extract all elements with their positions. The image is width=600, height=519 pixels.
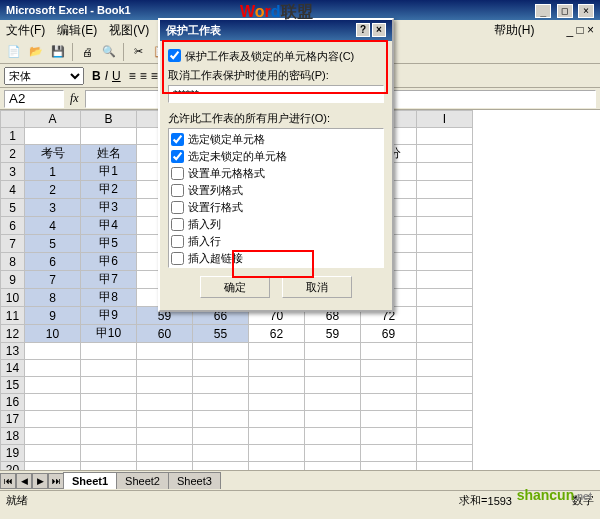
- cell[interactable]: [25, 428, 81, 445]
- protect-checkbox[interactable]: [168, 49, 181, 62]
- perm-checkbox[interactable]: [171, 252, 184, 265]
- cell[interactable]: [25, 377, 81, 394]
- cell[interactable]: 甲2: [81, 181, 137, 199]
- cell[interactable]: 甲6: [81, 253, 137, 271]
- row-header[interactable]: 6: [1, 217, 25, 235]
- cell[interactable]: [417, 128, 473, 145]
- cell[interactable]: [305, 360, 361, 377]
- cell[interactable]: [25, 128, 81, 145]
- row-header[interactable]: 1: [1, 128, 25, 145]
- row-header[interactable]: 5: [1, 199, 25, 217]
- row-header[interactable]: 8: [1, 253, 25, 271]
- row-header[interactable]: 4: [1, 181, 25, 199]
- cell[interactable]: [305, 343, 361, 360]
- cell[interactable]: 55: [193, 325, 249, 343]
- perm-checkbox[interactable]: [171, 184, 184, 197]
- cell[interactable]: [193, 428, 249, 445]
- underline-icon[interactable]: U: [112, 69, 121, 83]
- cell[interactable]: [193, 411, 249, 428]
- row-header[interactable]: 15: [1, 377, 25, 394]
- cell[interactable]: [25, 445, 81, 462]
- col-header[interactable]: B: [81, 111, 137, 128]
- cell[interactable]: [193, 462, 249, 471]
- cell[interactable]: 姓名: [81, 145, 137, 163]
- cell[interactable]: [137, 394, 193, 411]
- menu-view[interactable]: 视图(V): [109, 22, 149, 39]
- cell[interactable]: [417, 462, 473, 471]
- cell[interactable]: [305, 462, 361, 471]
- cut-icon[interactable]: ✂: [128, 42, 148, 62]
- cell[interactable]: [361, 394, 417, 411]
- cell[interactable]: [361, 411, 417, 428]
- cell[interactable]: [417, 217, 473, 235]
- cell[interactable]: [249, 343, 305, 360]
- cell[interactable]: [249, 377, 305, 394]
- row-header[interactable]: 7: [1, 235, 25, 253]
- cell[interactable]: [417, 253, 473, 271]
- cell[interactable]: [137, 462, 193, 471]
- cell[interactable]: 7: [25, 271, 81, 289]
- cell[interactable]: [249, 428, 305, 445]
- cell[interactable]: [305, 428, 361, 445]
- cell[interactable]: [137, 360, 193, 377]
- cell[interactable]: [25, 360, 81, 377]
- menu-file[interactable]: 文件(F): [6, 22, 45, 39]
- new-icon[interactable]: 📄: [4, 42, 24, 62]
- row-header[interactable]: 12: [1, 325, 25, 343]
- cell[interactable]: 甲3: [81, 199, 137, 217]
- tab-nav-next[interactable]: ▶: [32, 473, 48, 489]
- perm-checkbox[interactable]: [171, 235, 184, 248]
- fx-icon[interactable]: fx: [70, 91, 79, 106]
- save-icon[interactable]: 💾: [48, 42, 68, 62]
- menu-help[interactable]: 帮助(H): [494, 22, 535, 39]
- cell[interactable]: [81, 377, 137, 394]
- row-header[interactable]: 19: [1, 445, 25, 462]
- tab-nav-last[interactable]: ⏭: [48, 473, 64, 489]
- permissions-list[interactable]: 选定锁定单元格选定未锁定的单元格设置单元格格式设置列格式设置行格式插入列插入行插…: [168, 128, 384, 268]
- cell[interactable]: 甲10: [81, 325, 137, 343]
- cell[interactable]: [417, 325, 473, 343]
- cell[interactable]: [417, 235, 473, 253]
- align-left-icon[interactable]: ≡: [129, 69, 136, 83]
- perm-checkbox[interactable]: [171, 218, 184, 231]
- cell[interactable]: [81, 445, 137, 462]
- cell[interactable]: [361, 377, 417, 394]
- cell[interactable]: [249, 411, 305, 428]
- row-header[interactable]: 2: [1, 145, 25, 163]
- cell[interactable]: [417, 145, 473, 163]
- cell[interactable]: [81, 360, 137, 377]
- password-input[interactable]: [168, 85, 384, 103]
- col-header[interactable]: I: [417, 111, 473, 128]
- name-box[interactable]: [4, 90, 64, 108]
- row-header[interactable]: 17: [1, 411, 25, 428]
- cell[interactable]: 考号: [25, 145, 81, 163]
- font-select[interactable]: 宋体: [4, 67, 84, 85]
- cell[interactable]: 5: [25, 235, 81, 253]
- dialog-help-icon[interactable]: ?: [356, 23, 370, 37]
- cell[interactable]: [305, 411, 361, 428]
- cell[interactable]: [137, 445, 193, 462]
- maximize-button[interactable]: □: [557, 4, 573, 18]
- cell[interactable]: [417, 428, 473, 445]
- cell[interactable]: 甲4: [81, 217, 137, 235]
- cell[interactable]: [361, 462, 417, 471]
- cancel-button[interactable]: 取消: [282, 276, 352, 298]
- row-header[interactable]: 18: [1, 428, 25, 445]
- cell[interactable]: [249, 445, 305, 462]
- cell[interactable]: 甲1: [81, 163, 137, 181]
- cell[interactable]: 6: [25, 253, 81, 271]
- perm-checkbox[interactable]: [171, 167, 184, 180]
- cell[interactable]: [137, 428, 193, 445]
- sheet-tab-2[interactable]: Sheet2: [116, 472, 169, 489]
- cell[interactable]: [81, 428, 137, 445]
- cell[interactable]: 8: [25, 289, 81, 307]
- cell[interactable]: [25, 394, 81, 411]
- cell[interactable]: [417, 360, 473, 377]
- cell[interactable]: [417, 343, 473, 360]
- cell[interactable]: 10: [25, 325, 81, 343]
- row-header[interactable]: 3: [1, 163, 25, 181]
- cell[interactable]: [417, 271, 473, 289]
- cell[interactable]: 59: [305, 325, 361, 343]
- cell[interactable]: 甲5: [81, 235, 137, 253]
- cell[interactable]: [81, 394, 137, 411]
